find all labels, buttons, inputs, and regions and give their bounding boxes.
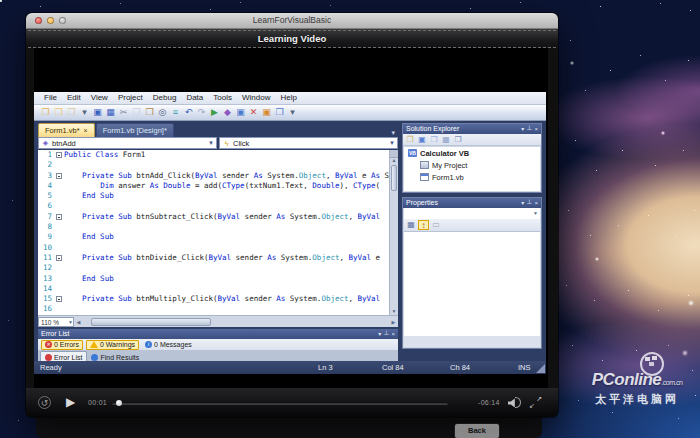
auto-hide-pin-icon[interactable]: ┴ — [527, 198, 531, 208]
code-text — [64, 201, 389, 211]
solution-explorer-titlebar[interactable]: Solution Explorer ▾ ┴ × — [403, 124, 541, 134]
0-warnings-button[interactable]: 0 Warnings — [86, 340, 139, 350]
progress-bar[interactable] — [112, 402, 448, 405]
new-item-caret-icon[interactable]: ▾ — [79, 107, 90, 118]
scroll-down-icon[interactable]: ▼ — [390, 308, 398, 315]
close-icon[interactable]: × — [534, 198, 538, 208]
fold-collapse-icon[interactable] — [56, 255, 62, 261]
menu-data[interactable]: Data — [181, 92, 208, 104]
sol-refresh-icon[interactable]: ❐ — [405, 135, 415, 145]
menu-debug[interactable]: Debug — [148, 92, 182, 104]
undo-icon[interactable]: ↶ — [183, 107, 194, 118]
tree-item-form1-vb[interactable]: Form1.vb — [404, 171, 540, 183]
menu-tools[interactable]: Tools — [208, 92, 237, 104]
categorized-icon[interactable]: ▦ — [406, 220, 416, 230]
auto-hide-pin-icon[interactable]: ┴ — [384, 329, 388, 339]
menu-help[interactable]: Help — [275, 92, 301, 104]
view-designer-icon[interactable]: ▦ — [441, 135, 451, 145]
new-item-icon[interactable]: ❐ — [40, 107, 51, 118]
properties-icon[interactable]: ❒ — [453, 135, 463, 145]
0-errors-button[interactable]: ✕0 Errors — [41, 340, 83, 350]
view-code-icon[interactable]: ❒ — [429, 135, 439, 145]
tree-item-my-project[interactable]: My Project — [404, 159, 540, 171]
code-text: Private Sub btnAdd_Click(ByVal sender As… — [64, 171, 389, 181]
properties-window-icon[interactable]: ❒ — [274, 107, 285, 118]
error-list-toolbar: ✕0 Errors0 Warningsi0 Messages — [38, 339, 398, 351]
vertical-scrollbar[interactable]: ▲ ▼ — [389, 150, 398, 315]
comment-icon[interactable]: ≡ — [170, 107, 181, 118]
fullscreen-button[interactable]: ↗↙ — [529, 396, 542, 409]
menu-project[interactable]: Project — [113, 92, 148, 104]
stop-icon[interactable]: ✕ — [248, 107, 259, 118]
error-list-titlebar[interactable]: Error List ▾ ┴ × — [38, 329, 398, 339]
paste-icon[interactable]: ❒ — [144, 107, 155, 118]
copy-icon[interactable]: ❐ — [131, 107, 142, 118]
properties-toolbar: ▦↕▭ — [404, 219, 540, 232]
show-all-files-icon[interactable]: ▣ — [417, 135, 427, 145]
video-frame[interactable]: FileEditViewProjectDebugDataToolsWindowH… — [34, 48, 548, 401]
code-editor[interactable]: 1Public Class Form123 Private Sub btnAdd… — [38, 150, 398, 315]
fold-collapse-icon[interactable] — [56, 296, 62, 302]
document-list-caret-icon[interactable]: ▾ — [391, 129, 398, 137]
menu-file[interactable]: File — [39, 92, 62, 104]
tab-form1-vb[interactable]: Form1.vb* × — [38, 123, 95, 137]
window-position-icon[interactable]: ▾ — [521, 198, 524, 208]
warning-icon — [90, 341, 98, 348]
step-icon[interactable]: ◆ — [222, 107, 233, 118]
zoom-selector[interactable]: 110 % ▼ — [38, 317, 74, 327]
progress-knob[interactable] — [116, 400, 122, 406]
status-ready: Ready — [40, 361, 62, 374]
error-list-panel: Error List ▾ ┴ × ✕0 Errors0 Warningsi0 M… — [38, 329, 398, 362]
tree-item-calculator-vb[interactable]: VBCalculator VB — [404, 147, 540, 159]
line-number: 8 — [38, 222, 55, 232]
window-position-icon[interactable]: ▾ — [378, 329, 381, 339]
redo-icon[interactable]: ↷ — [196, 107, 207, 118]
toolbox-icon[interactable]: ▣ — [261, 107, 272, 118]
close-icon[interactable]: × — [534, 124, 538, 134]
window-position-icon[interactable]: ▾ — [521, 124, 524, 134]
find-icon[interactable]: ◎ — [157, 107, 168, 118]
menu-window[interactable]: Window — [237, 92, 275, 104]
fold-collapse-icon[interactable] — [56, 173, 62, 179]
cut-icon[interactable]: ✂ — [118, 107, 129, 118]
vertical-scroll-thumb[interactable] — [391, 165, 397, 191]
window-titlebar[interactable]: LearnForVisualBasic — [26, 13, 558, 29]
start-debug-icon[interactable]: ▶ — [209, 107, 220, 118]
scroll-left-icon[interactable]: ◀ — [74, 319, 83, 325]
scroll-right-icon[interactable]: ▶ — [389, 319, 398, 325]
play-button[interactable]: ▶ — [66, 395, 75, 410]
error-list-tab-icon — [45, 354, 52, 361]
event-combo[interactable]: ϟ Click ▼ — [219, 137, 398, 149]
properties-grid[interactable] — [404, 232, 540, 336]
tab-close-icon[interactable]: × — [84, 124, 88, 137]
volume-wave-icon — [515, 397, 521, 408]
save-all-icon[interactable]: ▦ — [105, 107, 116, 118]
0-messages-button[interactable]: i0 Messages — [142, 340, 195, 350]
auto-hide-pin-icon[interactable]: ┴ — [527, 124, 531, 134]
horizontal-scroll-thumb[interactable] — [91, 318, 211, 326]
tab-form1-design[interactable]: Form1.vb [Design]* — [96, 123, 174, 137]
add-item-icon[interactable]: ❐ — [66, 107, 77, 118]
remaining-time: -06:14 — [478, 399, 500, 406]
toolbar-options-icon[interactable]: ▾ — [287, 107, 298, 118]
back-button[interactable]: Back — [454, 423, 500, 438]
solution-explorer-icon[interactable]: ▣ — [235, 107, 246, 118]
menu-view[interactable]: View — [86, 92, 113, 104]
menu-edit[interactable]: Edit — [62, 92, 86, 104]
property-pages-icon[interactable]: ▭ — [431, 220, 441, 230]
fold-collapse-icon[interactable] — [56, 152, 62, 158]
rewind-button[interactable]: ↺ — [38, 396, 51, 409]
scroll-up-icon[interactable]: ▲ — [390, 157, 398, 164]
fold-collapse-icon[interactable] — [56, 214, 62, 220]
resize-grip[interactable] — [536, 364, 545, 373]
code-text — [64, 243, 389, 253]
alphabetical-icon[interactable]: ↕ — [418, 220, 429, 230]
close-icon[interactable]: × — [391, 329, 395, 339]
properties-titlebar[interactable]: Properties ▾ ┴ × — [403, 198, 541, 208]
horizontal-scrollbar[interactable] — [83, 317, 389, 327]
save-icon[interactable]: ▣ — [92, 107, 103, 118]
open-file-icon[interactable]: ❒ — [53, 107, 64, 118]
member-combo[interactable]: ◈ btnAdd ▼ — [38, 137, 217, 149]
code-line: 6 — [38, 201, 389, 211]
info-icon: i — [145, 341, 152, 348]
